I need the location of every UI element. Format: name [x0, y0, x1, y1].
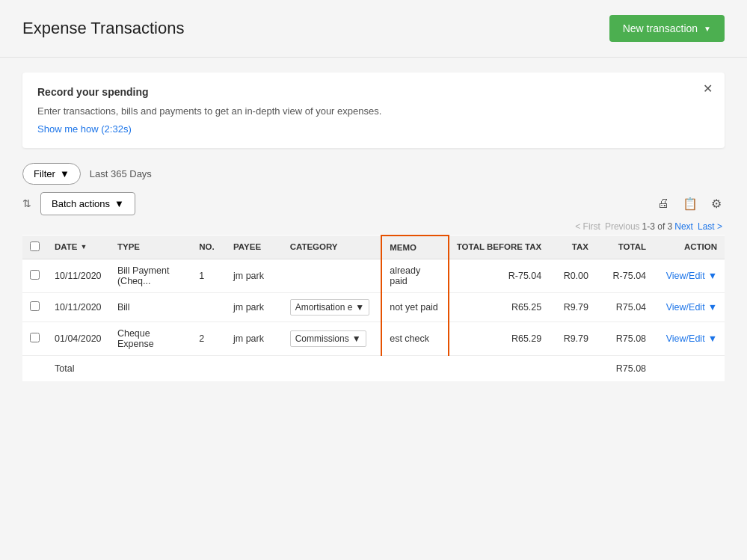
- print-button[interactable]: 🖨: [654, 195, 672, 212]
- next-page-link[interactable]: Next: [674, 221, 693, 232]
- sort-icon: ⇅: [22, 197, 31, 209]
- row2-view-edit-chevron: ▼: [708, 302, 717, 313]
- batch-actions-chevron-icon: ▼: [114, 198, 124, 209]
- table-header-row: DATE ▼ TYPE NO. PAYEE CATEGORY MEMO TOTA…: [22, 236, 725, 259]
- row3-checkbox[interactable]: [30, 333, 40, 342]
- row3-view-edit-link[interactable]: View/Edit ▼: [666, 333, 717, 344]
- row1-checkbox-cell: [22, 259, 47, 292]
- row1-view-edit-chevron: ▼: [708, 271, 717, 281]
- row3-action-cell: View/Edit ▼: [654, 321, 725, 355]
- row1-date: 10/11/2020: [47, 259, 110, 292]
- row3-date: 01/04/2020: [47, 321, 110, 355]
- type-column-header: TYPE: [110, 236, 191, 259]
- row2-type: Bill: [110, 292, 191, 321]
- page-header: Expense Transactions New transaction ▼: [0, 0, 747, 58]
- total-label: Total: [47, 355, 110, 381]
- row3-no: 2: [191, 321, 226, 355]
- row2-no: [191, 292, 226, 321]
- row3-category-dropdown-icon: ▼: [352, 333, 361, 344]
- new-transaction-label: New transaction: [623, 22, 698, 34]
- filter-range-label: Last 365 Days: [90, 168, 152, 179]
- row1-no: 1: [191, 259, 226, 292]
- row2-action-cell: View/Edit ▼: [654, 292, 725, 321]
- category-column-header: CATEGORY: [283, 236, 382, 259]
- row1-view-edit-link[interactable]: View/Edit ▼: [666, 271, 717, 281]
- pagination-bar: < First Previous 1-3 of 3 Next Last >: [22, 221, 725, 232]
- main-content: Record your spending Enter transactions,…: [0, 58, 747, 396]
- row3-total: R75.08: [596, 321, 654, 355]
- select-all-checkbox[interactable]: [30, 241, 40, 251]
- first-page-link[interactable]: < First: [575, 221, 600, 232]
- row2-total-before-tax: R65.25: [449, 292, 550, 321]
- row2-total: R75.04: [596, 292, 654, 321]
- row3-tax: R9.79: [549, 321, 596, 355]
- batch-actions-button[interactable]: Batch actions ▼: [40, 192, 135, 215]
- row3-category-select[interactable]: Commissions ▼: [290, 330, 366, 347]
- row2-checkbox[interactable]: [30, 301, 40, 311]
- row2-checkbox-cell: [22, 292, 47, 321]
- row1-memo: already paid: [381, 259, 449, 292]
- batch-row: ⇅ Batch actions ▼ 🖨 📋 ⚙: [22, 192, 725, 215]
- row1-category: [283, 259, 382, 292]
- row3-category: Commissions ▼: [283, 321, 382, 355]
- new-transaction-button[interactable]: New transaction ▼: [609, 15, 725, 42]
- settings-button[interactable]: ⚙: [708, 195, 725, 212]
- date-sort-icon: ▼: [80, 243, 87, 250]
- row2-category: Amortisation e ▼: [283, 292, 382, 321]
- row1-checkbox[interactable]: [30, 270, 40, 280]
- tax-column-header: TAX: [549, 236, 596, 259]
- pagination-range: 1-3 of 3: [642, 221, 673, 232]
- page-title: Expense Transactions: [22, 19, 184, 38]
- table-row: 10/11/2020 Bill Payment (Cheq... 1 jm pa…: [22, 259, 725, 292]
- show-me-how-link[interactable]: Show me how (2:32s): [37, 123, 132, 135]
- total-column-header: TOTAL: [596, 236, 654, 259]
- date-column-header[interactable]: DATE ▼: [47, 236, 110, 259]
- filter-button[interactable]: Filter ▼: [22, 163, 81, 185]
- row3-checkbox-cell: [22, 321, 47, 355]
- row3-view-edit-chevron: ▼: [708, 333, 717, 344]
- previous-page-link[interactable]: Previous: [605, 221, 640, 232]
- row2-payee: jm park: [226, 292, 283, 321]
- row3-type: Cheque Expense: [110, 321, 191, 355]
- row2-date: 10/11/2020: [47, 292, 110, 321]
- row1-total-before-tax: R-75.04: [449, 259, 550, 292]
- total-before-tax-column-header: TOTAL BEFORE TAX: [449, 236, 550, 259]
- payee-column-header: PAYEE: [226, 236, 283, 259]
- row2-category-select[interactable]: Amortisation e ▼: [290, 299, 370, 316]
- action-column-header: ACTION: [654, 236, 725, 259]
- close-button[interactable]: ✕: [703, 81, 713, 96]
- row2-memo: not yet paid: [381, 292, 449, 321]
- total-row: Total R75.08: [22, 355, 725, 381]
- info-card-body: Enter transactions, bills and payments t…: [37, 104, 710, 119]
- batch-actions-label: Batch actions: [52, 198, 110, 209]
- row1-action-cell: View/Edit ▼: [654, 259, 725, 292]
- row1-tax: R0.00: [549, 259, 596, 292]
- row2-view-edit-link[interactable]: View/Edit ▼: [666, 302, 717, 313]
- row1-payee: jm park: [226, 259, 283, 292]
- row1-type: Bill Payment (Cheq...: [110, 259, 191, 292]
- filter-chevron-icon: ▼: [60, 168, 70, 179]
- info-card: Record your spending Enter transactions,…: [22, 73, 725, 148]
- category-dropdown-icon: ▼: [355, 302, 364, 313]
- row1-total: R-75.04: [596, 259, 654, 292]
- memo-column-header: MEMO: [381, 236, 449, 259]
- chevron-down-icon: ▼: [704, 25, 711, 33]
- row2-tax: R9.79: [549, 292, 596, 321]
- row3-memo: est check: [381, 321, 449, 355]
- filter-toolbar: Filter ▼ Last 365 Days: [22, 163, 725, 185]
- table-row: 10/11/2020 Bill jm park Amortisation e ▼…: [22, 292, 725, 321]
- row3-payee: jm park: [226, 321, 283, 355]
- export-button[interactable]: 📋: [680, 195, 701, 212]
- transactions-table: DATE ▼ TYPE NO. PAYEE CATEGORY MEMO TOTA…: [22, 235, 725, 381]
- info-card-title: Record your spending: [37, 86, 710, 98]
- no-column-header: NO.: [191, 236, 226, 259]
- filter-label: Filter: [34, 168, 55, 179]
- total-value: R75.08: [596, 355, 654, 381]
- select-all-header: [22, 236, 47, 259]
- table-toolbar-right: 🖨 📋 ⚙: [654, 195, 725, 212]
- table-row: 01/04/2020 Cheque Expense 2 jm park Comm…: [22, 321, 725, 355]
- row3-total-before-tax: R65.29: [449, 321, 550, 355]
- last-page-link[interactable]: Last >: [698, 221, 722, 232]
